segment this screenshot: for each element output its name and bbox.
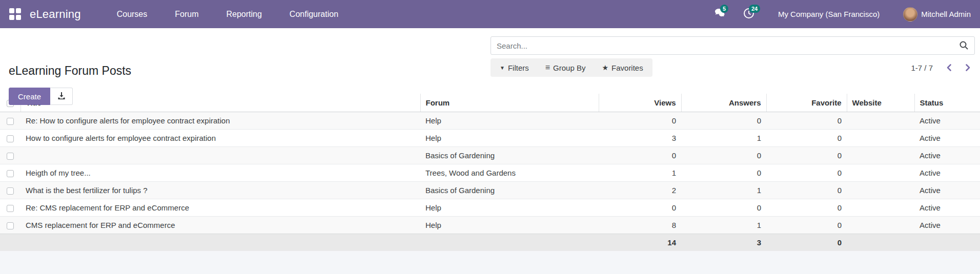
cell-favorite: 0: [766, 129, 847, 146]
table-row[interactable]: Re: How to configure alerts for employee…: [0, 112, 980, 129]
cell-title: What is the best fertilizer for tulips ?: [21, 181, 420, 199]
pager-next-icon[interactable]: [965, 64, 971, 72]
total-favorite: 0: [766, 234, 847, 251]
company-switcher[interactable]: My Company (San Francisco): [778, 10, 880, 18]
cell-website: [847, 181, 914, 199]
user-menu[interactable]: Mitchell Admin: [903, 7, 971, 22]
cell-forum: Help: [420, 129, 599, 146]
create-button[interactable]: Create: [9, 88, 50, 105]
row-checkbox[interactable]: [7, 205, 14, 212]
cell-views: 0: [599, 199, 681, 216]
cell-title: Heigth of my tree...: [21, 164, 420, 181]
menu-forum[interactable]: Forum: [174, 7, 199, 22]
row-checkbox[interactable]: [7, 187, 14, 195]
filters-label: Filters: [508, 64, 529, 72]
cell-answers: 0: [681, 146, 766, 164]
cell-favorite: 0: [766, 181, 847, 199]
cell-website: [847, 164, 914, 181]
row-checkbox[interactable]: [7, 170, 14, 177]
messages-badge: 5: [720, 5, 728, 13]
column-header-views[interactable]: Views: [599, 94, 681, 112]
page-title: eLearning Forum Posts: [9, 64, 131, 78]
messages-button[interactable]: 5: [713, 8, 727, 21]
menu-configuration[interactable]: Configuration: [289, 7, 339, 22]
cell-forum: Help: [420, 216, 599, 234]
cell-status: Active: [914, 199, 980, 216]
column-header-status[interactable]: Status: [914, 94, 980, 112]
cell-title: [21, 146, 420, 164]
cell-website: [847, 216, 914, 234]
cell-answers: 0: [681, 164, 766, 181]
search-panel: ▼ Filters ≡ Group By ★ Favorites 1-7 / 7: [491, 36, 975, 77]
cell-forum: Basics of Gardening: [420, 181, 599, 199]
cell-favorite: 0: [766, 199, 847, 216]
pager-previous-icon[interactable]: [946, 64, 952, 72]
filter-group: ▼ Filters ≡ Group By ★ Favorites: [491, 58, 652, 77]
cell-answers: 0: [681, 199, 766, 216]
table-row[interactable]: How to configure alerts for employee con…: [0, 129, 980, 146]
cell-title: Re: CMS replacement for ERP and eCommerc…: [21, 199, 420, 216]
cell-views: 3: [599, 129, 681, 146]
cell-views: 2: [599, 181, 681, 199]
column-header-answers[interactable]: Answers: [681, 94, 766, 112]
navbar-right: 5 24 My Company (San Francisco) Mitchell…: [698, 7, 971, 22]
row-checkbox[interactable]: [7, 153, 14, 160]
table-row[interactable]: What is the best fertilizer for tulips ?…: [0, 181, 980, 199]
cell-forum: Help: [420, 199, 599, 216]
column-header-title[interactable]: Title: [21, 94, 420, 112]
cell-title: CMS replacement for ERP and eCommerce: [21, 216, 420, 234]
control-panel: eLearning Forum Posts Create: [0, 28, 980, 94]
cell-status: Active: [914, 129, 980, 146]
table-row[interactable]: Basics of Gardening 0 0 0 Active: [0, 146, 980, 164]
pager: 1-7 / 7: [911, 64, 971, 72]
cell-views: 0: [599, 146, 681, 164]
apps-menu-icon[interactable]: [9, 8, 22, 20]
cell-views: 8: [599, 216, 681, 234]
group-by-button[interactable]: ≡ Group By: [545, 64, 586, 72]
menu-courses[interactable]: Courses: [116, 7, 149, 22]
pager-count: 1-7 / 7: [911, 64, 933, 72]
action-buttons: Create: [9, 88, 73, 105]
cell-views: 0: [599, 112, 681, 129]
activities-button[interactable]: 24: [742, 8, 756, 21]
column-header-website[interactable]: Website: [847, 94, 914, 112]
download-icon: [57, 92, 66, 101]
row-checkbox[interactable]: [7, 135, 14, 142]
user-name: Mitchell Admin: [921, 10, 971, 18]
row-checkbox[interactable]: [7, 222, 14, 229]
top-navbar: eLearning Courses Forum Reporting Config…: [0, 0, 980, 28]
cell-answers: 0: [681, 112, 766, 129]
table-row[interactable]: CMS replacement for ERP and eCommerce He…: [0, 216, 980, 234]
search-input[interactable]: [491, 36, 975, 55]
cell-answers: 1: [681, 181, 766, 199]
favorites-label: Favorites: [611, 64, 643, 72]
activities-badge: 24: [749, 5, 760, 13]
group-by-label: Group By: [553, 64, 585, 72]
cell-status: Active: [914, 216, 980, 234]
table-header-row: Title Forum Views Answers Favorite Websi…: [0, 94, 980, 112]
cell-status: Active: [914, 164, 980, 181]
cell-forum: Trees, Wood and Gardens: [420, 164, 599, 181]
group-by-bars-icon: ≡: [545, 65, 550, 70]
row-checkbox[interactable]: [7, 118, 14, 125]
filter-row: ▼ Filters ≡ Group By ★ Favorites 1-7 / 7: [491, 58, 975, 77]
app-title[interactable]: eLearning: [30, 8, 81, 21]
cell-website: [847, 112, 914, 129]
total-views: 14: [599, 234, 681, 251]
column-header-forum[interactable]: Forum: [420, 94, 599, 112]
column-header-favorite[interactable]: Favorite: [766, 94, 847, 112]
filter-funnel-icon: ▼: [500, 65, 505, 71]
filters-button[interactable]: ▼ Filters: [500, 64, 529, 72]
main-menu: Courses Forum Reporting Configuration: [116, 7, 339, 22]
cell-status: Active: [914, 146, 980, 164]
cell-title: How to configure alerts for employee con…: [21, 129, 420, 146]
search-icon[interactable]: [959, 40, 969, 52]
export-button[interactable]: [50, 88, 73, 105]
cell-website: [847, 146, 914, 164]
favorites-button[interactable]: ★ Favorites: [602, 64, 643, 72]
table-row[interactable]: Heigth of my tree... Trees, Wood and Gar…: [0, 164, 980, 181]
table-row[interactable]: Re: CMS replacement for ERP and eCommerc…: [0, 199, 980, 216]
cell-favorite: 0: [766, 112, 847, 129]
menu-reporting[interactable]: Reporting: [225, 7, 262, 22]
cell-answers: 1: [681, 216, 766, 234]
